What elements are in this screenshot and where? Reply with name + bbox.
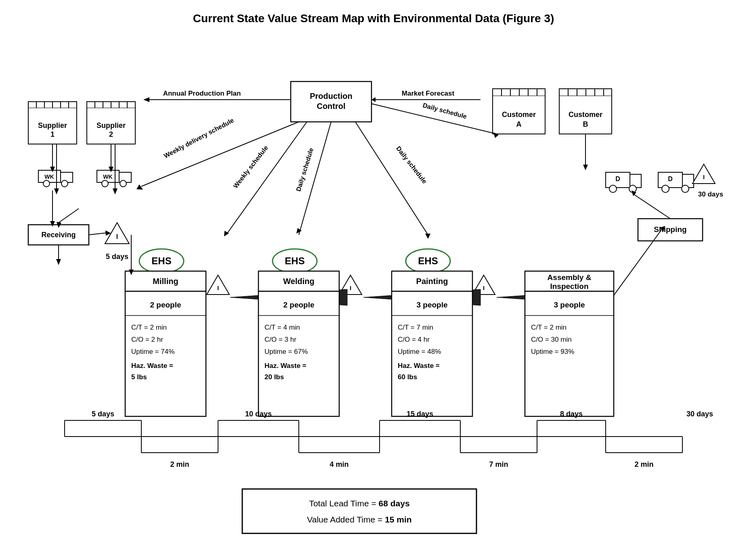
painting-name: Painting: [416, 277, 448, 286]
customerA-icon: Customer A: [493, 89, 545, 134]
svg-line-67: [355, 122, 428, 235]
production-control: Production Control: [291, 81, 371, 122]
pc-label1: Production: [310, 92, 353, 100]
welding-co: C/O = 3 hr: [264, 336, 296, 343]
arrow-recv-down: [56, 259, 61, 265]
svg-point-10: [43, 180, 50, 187]
svg-point-56: [662, 185, 669, 192]
customerB-letter: B: [583, 120, 588, 128]
svg-text:EHS: EHS: [418, 255, 438, 266]
milling-haz: Haz. Waste =: [131, 362, 173, 370]
milling-people: 2 people: [150, 301, 181, 309]
supplier1-num: 1: [50, 130, 55, 138]
svg-text:I: I: [217, 284, 219, 291]
svg-text:WK: WK: [44, 173, 54, 180]
truck2: WK: [97, 170, 131, 187]
milling-uptime: Uptime = 74%: [131, 348, 174, 355]
svg-point-51: [609, 185, 617, 192]
days-receiving: 5 days: [106, 253, 128, 261]
svg-text:D: D: [668, 176, 673, 182]
delivery-truck-B: D: [658, 172, 694, 192]
arrow-to-suppliers: [143, 97, 149, 102]
customerA-letter: A: [516, 120, 522, 128]
customerB-label: Customer: [569, 111, 602, 119]
truck1: WK: [38, 170, 73, 187]
shipping-label: Shipping: [654, 225, 686, 234]
assembly-co: C/O = 30 min: [531, 336, 572, 343]
shipping-days-label: 30 days: [698, 190, 723, 198]
svg-text:EHS: EHS: [285, 255, 304, 266]
timeline-2min: 2 min: [170, 460, 189, 468]
delivery-truck-A: D: [606, 172, 641, 192]
value-added-time: Value Added Time = 15 min: [307, 515, 411, 524]
milling-name: Milling: [153, 277, 178, 286]
market-forecast-label: Market Forecast: [402, 90, 455, 97]
timeline-4min: 4 min: [329, 460, 348, 468]
assembly-name2: Inspection: [550, 282, 588, 290]
timeline-7min: 7 min: [489, 460, 508, 468]
arrow-from-customers: [371, 97, 376, 102]
assembly-process: Assembly & Inspection 3 people C/T = 2 m…: [525, 271, 614, 416]
ehs-welding: EHS: [273, 249, 317, 273]
timeline-2min-assembly: 2 min: [634, 460, 653, 468]
daily-schedule-arrow2: [425, 234, 430, 239]
receiving-label: Receiving: [41, 231, 76, 239]
timeline-8days: 8 days: [560, 410, 583, 418]
timeline-10days: 10 days: [245, 410, 272, 418]
svg-point-15: [102, 180, 108, 187]
svg-text:I: I: [483, 284, 485, 291]
milling-process: Milling 2 people C/T = 2 min C/O = 2 hr …: [125, 271, 206, 416]
timeline-5days: 5 days: [92, 410, 114, 418]
assembly-uptime: Uptime = 93%: [531, 348, 574, 355]
main-container: Current State Value Stream Map with Envi…: [0, 0, 747, 560]
supplier1-icon: Supplier 1: [28, 102, 77, 144]
svg-text:D: D: [615, 176, 620, 182]
supplier1-label: Supplier: [38, 121, 67, 130]
painting-uptime: Uptime = 48%: [398, 348, 441, 355]
welding-ct: C/T = 4 min: [264, 324, 300, 331]
arrow-cB-down: [583, 165, 588, 170]
shipping-box: Shipping: [638, 219, 703, 241]
svg-point-11: [61, 180, 68, 187]
assembly-name1: Assembly &: [548, 273, 592, 282]
welding-name: Welding: [283, 277, 314, 286]
total-lead-time: Total Lead Time = 68 days: [309, 499, 409, 508]
svg-point-16: [120, 180, 126, 187]
svg-text:WK: WK: [103, 173, 112, 180]
arrow-s1-down: [54, 188, 59, 194]
summary-box: Total Lead Time = 68 days Value Added Ti…: [242, 489, 476, 533]
inventory-triangle-shipping: I: [692, 164, 715, 184]
milling-haz-val: 5 lbs: [131, 373, 147, 381]
vsm-diagram: Supplier 1 Supplier 2 Production Control…: [16, 37, 731, 560]
welding-process: Welding 2 people C/T = 4 min C/O = 3 hr …: [258, 271, 339, 416]
customerA-label: Customer: [502, 111, 536, 119]
svg-text:EHS: EHS: [151, 255, 171, 266]
welding-uptime: Uptime = 67%: [264, 348, 308, 355]
assembly-people: 3 people: [554, 301, 585, 309]
weekly-delivery-arrow: [136, 184, 143, 190]
page-title: Current State Value Stream Map with Envi…: [16, 12, 731, 25]
ehs-painting: EHS: [406, 249, 450, 273]
assembly-ct: C/T = 2 min: [531, 324, 567, 331]
customerB-icon: Customer B: [559, 89, 612, 134]
svg-rect-97: [242, 489, 476, 533]
painting-ct: C/T = 7 min: [398, 324, 433, 331]
pc-label2: Control: [317, 102, 345, 111]
supplier2-icon: Supplier 2: [87, 102, 135, 144]
painting-co: C/O = 4 hr: [398, 336, 430, 343]
painting-haz: Haz. Waste =: [398, 362, 440, 370]
welding-haz-val: 20 lbs: [264, 373, 284, 381]
supplier2-num: 2: [109, 130, 113, 138]
ehs-milling: EHS: [139, 249, 184, 273]
annual-plan-label: Annual Production Plan: [163, 90, 241, 97]
arrow-s2-down: [113, 188, 118, 194]
svg-text:I: I: [703, 173, 705, 180]
daily-schedule-label2: Daily schedule: [395, 145, 428, 185]
weekly-delivery-label: Weekly delivery schedule: [163, 117, 235, 159]
daily-schedule-label1: Daily schedule: [295, 147, 315, 192]
timeline-15days: 15 days: [407, 410, 433, 418]
svg-line-70: [634, 194, 670, 219]
svg-point-57: [682, 185, 689, 192]
milling-co: C/O = 2 hr: [131, 336, 163, 343]
welding-haz: Haz. Waste =: [264, 362, 306, 370]
